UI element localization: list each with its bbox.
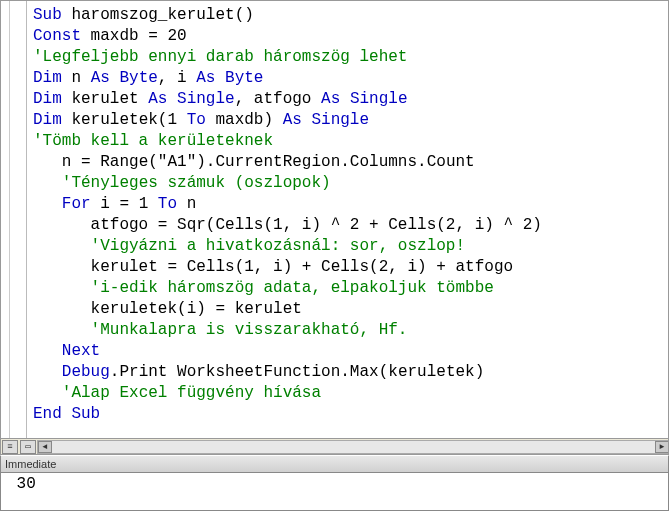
comment: 'i-edik háromszög adata, elpakoljuk tömb…	[91, 279, 494, 297]
horizontal-scrollbar[interactable]: ◄ ►	[37, 440, 669, 454]
code-line[interactable]: 'Tényleges számuk (oszlopok)	[33, 173, 662, 194]
code-line[interactable]: Dim n As Byte, i As Byte	[33, 68, 662, 89]
code-editor[interactable]: Sub haromszog_kerulet()Const maxdb = 20'…	[27, 1, 668, 454]
code-line[interactable]: kerulet = Cells(1, i) + Cells(2, i) + at…	[33, 257, 662, 278]
code-text: atfogo = Sqr(Cells(1, i) ^ 2 + Cells(2, …	[91, 216, 542, 234]
immediate-window-title: Immediate	[0, 455, 669, 473]
scroll-right-button[interactable]: ►	[655, 441, 669, 453]
code-line[interactable]: 'Munkalapra is visszarakható, Hf.	[33, 320, 662, 341]
code-text: .Print WorksheetFunction.Max(keruletek)	[110, 363, 484, 381]
keyword: Dim	[33, 90, 62, 108]
code-text: n	[62, 69, 91, 87]
comment: 'Legfeljebb ennyi darab háromszög lehet	[33, 48, 407, 66]
keyword: As Single	[321, 90, 407, 108]
code-line[interactable]: Dim keruletek(1 To maxdb) As Single	[33, 110, 662, 131]
breakpoint-gutter[interactable]	[1, 1, 27, 454]
keyword: As Byte	[196, 69, 263, 87]
keyword: Next	[62, 342, 100, 360]
keyword: For	[62, 195, 91, 213]
comment: 'Vigyázni a hivatkozásnál: sor, oszlop!	[91, 237, 465, 255]
keyword: Debug	[62, 363, 110, 381]
code-text: keruletek(1	[62, 111, 187, 129]
code-text: kerulet = Cells(1, i) + Cells(2, i) + at…	[91, 258, 513, 276]
comment: 'Tényleges számuk (oszlopok)	[62, 174, 331, 192]
keyword: As Byte	[91, 69, 158, 87]
code-text: keruletek(i) = kerulet	[91, 300, 302, 318]
code-text: kerulet	[62, 90, 148, 108]
code-line[interactable]: For i = 1 To n	[33, 194, 662, 215]
code-line[interactable]: atfogo = Sqr(Cells(1, i) ^ 2 + Cells(2, …	[33, 215, 662, 236]
code-line[interactable]: Sub haromszog_kerulet()	[33, 5, 662, 26]
keyword: Dim	[33, 111, 62, 129]
keyword: To	[187, 111, 206, 129]
code-text: i = 1	[91, 195, 158, 213]
procedure-view-button[interactable]: ≡	[2, 440, 18, 454]
keyword: To	[158, 195, 177, 213]
keyword: Dim	[33, 69, 62, 87]
keyword: As Single	[283, 111, 369, 129]
keyword: End Sub	[33, 405, 100, 423]
code-line[interactable]: End Sub	[33, 404, 662, 425]
code-line[interactable]: 'Vigyázni a hivatkozásnál: sor, oszlop!	[33, 236, 662, 257]
code-line[interactable]: Const maxdb = 20	[33, 26, 662, 47]
comment: 'Tömb kell a kerületeknek	[33, 132, 273, 150]
code-text: haromszog_kerulet()	[62, 6, 254, 24]
code-line[interactable]: Dim kerulet As Single, atfogo As Single	[33, 89, 662, 110]
comment: 'Munkalapra is visszarakható, Hf.	[91, 321, 408, 339]
keyword: Const	[33, 27, 81, 45]
full-module-view-button[interactable]: ▭	[20, 440, 36, 454]
code-text: , atfogo	[235, 90, 321, 108]
code-text: maxdb = 20	[81, 27, 187, 45]
keyword: Sub	[33, 6, 62, 24]
code-pane: Sub haromszog_kerulet()Const maxdb = 20'…	[0, 0, 669, 455]
code-text: maxdb)	[206, 111, 283, 129]
code-line[interactable]: 'i-edik háromszög adata, elpakoljuk tömb…	[33, 278, 662, 299]
code-line[interactable]: Debug.Print WorksheetFunction.Max(kerule…	[33, 362, 662, 383]
code-text: n	[177, 195, 196, 213]
code-line[interactable]: 'Tömb kell a kerületeknek	[33, 131, 662, 152]
comment: 'Alap Excel függvény hívása	[62, 384, 321, 402]
code-line[interactable]: n = Range("A1").CurrentRegion.Columns.Co…	[33, 152, 662, 173]
code-line[interactable]: keruletek(i) = kerulet	[33, 299, 662, 320]
code-line[interactable]: 'Legfeljebb ennyi darab háromszög lehet	[33, 47, 662, 68]
code-line[interactable]: 'Alap Excel függvény hívása	[33, 383, 662, 404]
scroll-left-button[interactable]: ◄	[38, 441, 52, 453]
immediate-window[interactable]: 30	[0, 473, 669, 511]
code-text: , i	[158, 69, 196, 87]
keyword: As Single	[148, 90, 234, 108]
code-text: n = Range("A1").CurrentRegion.Columns.Co…	[62, 153, 475, 171]
code-line[interactable]: Next	[33, 341, 662, 362]
view-toolbar: ≡ ▭ ◄ ►	[1, 438, 669, 454]
